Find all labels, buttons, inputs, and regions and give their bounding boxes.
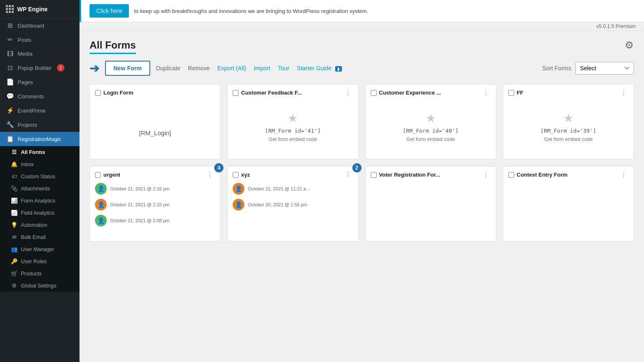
click-here-button[interactable]: Click here (90, 4, 129, 18)
duplicate-button[interactable]: Duplicate (154, 62, 182, 74)
form-card-body (508, 182, 629, 236)
sidebar-item-popup-builder[interactable]: ⊡ Popup Builder 2 (0, 61, 80, 75)
embed-code-link-ff[interactable]: Get form embed code (544, 136, 593, 142)
toolbar: ➔ New Form Duplicate Remove Export (All)… (90, 61, 634, 76)
form-menu-button-xyz[interactable]: ⋮ (343, 172, 353, 178)
form-title-contest: Contest Entry Form (517, 172, 567, 178)
sidebar-item-projects[interactable]: 🔧 Projects (0, 118, 80, 132)
avatar: 👤 (95, 183, 107, 195)
sidebar-item-field-analytics[interactable]: 📈 Field Analytics (0, 207, 80, 219)
form-checkbox-urgent[interactable] (95, 172, 101, 178)
sidebar-item-comments[interactable]: 💬 Comments (0, 89, 80, 103)
sidebar-item-inbox[interactable]: 🔔 Inbox (0, 158, 80, 170)
sidebar-item-eventprime[interactable]: ⚡ EventPrime (0, 103, 80, 118)
brand-name: WP Engine (17, 6, 48, 13)
sidebar-item-form-analytics[interactable]: 📊 Form Analytics (0, 195, 80, 207)
new-form-button[interactable]: New Form (105, 61, 150, 76)
form-menu-button-voter[interactable]: ⋮ (481, 172, 491, 178)
sidebar-sub-item-label: Custom Status (21, 174, 55, 180)
sidebar-item-label: Pages (18, 79, 33, 85)
settings-button[interactable]: ⚙ (625, 39, 634, 51)
sidebar-sub-item-label: Attachments (21, 186, 50, 192)
embed-code-link-experience[interactable]: Get form embed code (406, 136, 455, 142)
sidebar-item-global-settings[interactable]: ⚙ Global Settings (0, 280, 80, 292)
form-menu-button-feedback[interactable]: ⋮ (343, 90, 353, 96)
sidebar-item-media[interactable]: 🎞 Media (0, 47, 80, 61)
sidebar-item-registrationmagic[interactable]: 📋 RegistrationMagic (0, 132, 80, 146)
form-shortcode-experience: [RM_Form id='40'] (403, 128, 459, 134)
submission-entry: 👤 October 21, 2021 @ 2:16 pm (95, 182, 169, 196)
form-checkbox-voter[interactable] (371, 172, 377, 178)
export-all-button[interactable]: Export (All) (216, 62, 248, 74)
dashboard-icon: ⊞ (6, 22, 14, 29)
sidebar-item-custom-status[interactable]: 🏷 Custom Status (0, 170, 80, 182)
form-checkbox-xyz[interactable] (233, 172, 239, 178)
custom-status-icon: 🏷 (11, 173, 18, 180)
sidebar-item-attachments[interactable]: 📎 Attachments (0, 182, 80, 195)
all-forms-icon: ☰ (11, 149, 18, 155)
sidebar-item-label: Projects (18, 122, 37, 128)
remove-button[interactable]: Remove (186, 62, 211, 74)
form-title-xyz: xyz (241, 172, 250, 178)
field-analytics-icon: 📈 (11, 210, 18, 216)
posts-icon: ✏ (6, 36, 14, 44)
star-icon: ★ (563, 111, 574, 125)
comments-icon: 💬 (6, 92, 14, 100)
sidebar-item-all-forms[interactable]: ☰ All Forms (0, 146, 80, 158)
sidebar-item-pages[interactable]: 📄 Pages (0, 75, 80, 89)
top-banner: Click here to keep up with breakthroughs… (80, 0, 644, 22)
sidebar-sub-item-label: Products (21, 271, 41, 277)
starter-guide-badge: ▮ (335, 66, 342, 72)
main-content: Click here to keep up with breakthroughs… (80, 0, 644, 362)
sidebar-sub-item-label: User Manager (21, 246, 54, 252)
tour-button[interactable]: Tour (276, 62, 291, 74)
popup-badge: 2 (57, 64, 64, 72)
sidebar-sub-item-label: Global Settings (21, 283, 56, 289)
user-roles-icon: 🔑 (11, 258, 18, 264)
sidebar-item-user-roles[interactable]: 🔑 User Roles (0, 255, 80, 267)
avatar: 👤 (233, 183, 244, 195)
form-card-customer-feedback: Customer Feedback F... ⋮ ★ [RM_Form id='… (227, 84, 358, 159)
form-analytics-icon: 📊 (11, 198, 18, 204)
sidebar-item-products[interactable]: 🛒 Products (0, 267, 80, 280)
form-card-body: 👤 October 21, 2021 @ 2:16 pm 👤 October 2… (95, 182, 215, 236)
form-checkbox-contest[interactable] (508, 172, 514, 178)
sidebar-item-bulk-email[interactable]: ✉ Bulk Email (0, 231, 80, 243)
form-card-ff: FF ⋮ ★ [RM_Form id='39'] Get form embed … (503, 84, 634, 159)
form-checkbox-experience[interactable] (371, 90, 377, 96)
sidebar-item-user-manager[interactable]: 👥 User Manager (0, 243, 80, 255)
form-checkbox-ff[interactable] (508, 90, 514, 96)
sidebar-item-label: Media (18, 51, 32, 57)
sidebar-item-label: Posts (18, 37, 31, 43)
form-menu-button-urgent[interactable]: ⋮ (205, 172, 215, 178)
form-title-feedback: Customer Feedback F... (241, 90, 302, 96)
sidebar-sub-item-label: All Forms (21, 149, 45, 155)
embed-code-link-feedback[interactable]: Get form embed code (269, 136, 317, 142)
sidebar-item-posts[interactable]: ✏ Posts (0, 33, 80, 47)
sort-select[interactable]: Select Name A-Z Name Z-A Newest Oldest (575, 62, 634, 74)
avatar: 👤 (95, 199, 107, 211)
form-menu-button-ff[interactable]: ⋮ (618, 90, 629, 96)
submission-time: October 21, 2021 @ 2:08 pm (110, 218, 169, 223)
form-checkbox-feedback[interactable] (233, 90, 239, 96)
sidebar-item-dashboard[interactable]: ⊞ Dashboard (0, 18, 80, 33)
form-menu-button-contest[interactable]: ⋮ (618, 172, 629, 178)
form-checkbox-login[interactable] (95, 90, 101, 96)
form-menu-button-experience[interactable]: ⋮ (481, 90, 491, 96)
form-title-urgent: urgent (103, 172, 120, 178)
sort-label: Sort Forms (542, 65, 571, 72)
import-button[interactable]: Import (252, 62, 272, 74)
automation-icon: 💡 (11, 222, 18, 228)
form-card-body (371, 182, 491, 236)
starter-guide-button[interactable]: Starter Guide ▮ (295, 62, 343, 74)
form-card-header: Login Form (95, 90, 215, 96)
sidebar-sub-item-label: Automation (21, 222, 47, 228)
star-icon: ★ (426, 111, 436, 125)
form-card-header: Customer Feedback F... ⋮ (233, 90, 353, 96)
form-card-customer-experience: Customer Experience ... ⋮ ★ [RM_Form id=… (365, 84, 496, 159)
submission-entry: 👤 October 21, 2021 @ 2:08 pm (95, 213, 169, 228)
rm-icon: 📋 (6, 135, 14, 143)
version-bar: v5.0.1.5 Premium (80, 22, 644, 31)
sidebar-item-automation[interactable]: 💡 Automation (0, 219, 80, 231)
bulk-email-icon: ✉ (11, 234, 18, 240)
